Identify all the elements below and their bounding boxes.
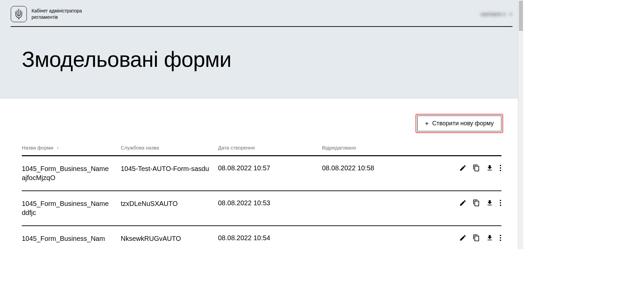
cell-form-name: 1045_Form_Business_Nam [22,234,121,243]
table-header-row: Назва форми ↑ Службова назва Дата створе… [22,145,501,155]
cell-edited-date: 08.08.2022 10:58 [322,164,444,172]
column-header-edited[interactable]: Відредаговано [322,145,444,150]
cell-service-name: tzxDLeNuSXAUTO [121,199,218,208]
page-title: Змодельовані форми [22,47,513,72]
svg-point-6 [500,235,501,236]
edit-icon[interactable] [459,234,467,242]
forms-table: Назва форми ↑ Службова назва Дата створе… [22,145,501,249]
table-row: 1045_Form_Business_Name ajfocMjzqO1045-T… [22,156,501,190]
svg-point-1 [500,167,501,169]
table-row: 1045_Form_Business_Name ddfjctzxDLeNuSXA… [22,191,501,225]
download-icon[interactable] [486,234,493,242]
column-header-name[interactable]: Назва форми ↑ [22,145,121,150]
plus-icon: + [425,120,429,127]
download-icon[interactable] [486,164,493,172]
cell-form-name: 1045_Form_Business_Name ddfjc [22,199,121,217]
download-icon[interactable] [486,199,493,207]
svg-point-5 [500,205,501,206]
table-row: 1045_Form_Business_NamNksewkRUGvAUTO08.0… [22,226,501,249]
sort-ascending-icon: ↑ [57,145,59,150]
more-icon[interactable] [499,234,501,242]
svg-point-8 [500,240,501,241]
more-icon[interactable] [499,199,501,207]
cell-service-name: NksewkRUGvAUTO [121,234,218,243]
svg-point-4 [500,202,501,204]
chevron-down-icon: ▼ [509,12,513,16]
copy-icon[interactable] [473,199,480,207]
vertical-scrollbar[interactable] [518,0,523,249]
copy-icon[interactable] [473,164,480,172]
app-title: Кабінет адміністратора регламентів [32,8,82,20]
cell-service-name: 1045-Test-AUTO-Form-sasdu [121,164,218,173]
edit-icon[interactable] [459,199,467,207]
edit-icon[interactable] [459,164,467,172]
user-name: username n. [480,11,506,17]
scrollbar-thumb[interactable] [519,1,523,31]
svg-point-7 [500,237,501,239]
svg-point-2 [500,170,501,171]
user-menu[interactable]: username n. ▼ [480,11,513,17]
cell-created-date: 08.08.2022 10:53 [218,199,322,207]
cell-created-date: 08.08.2022 10:57 [218,164,322,172]
app-logo-title[interactable]: Кабінет адміністратора регламентів [11,6,82,22]
create-new-form-button[interactable]: + Створити нову форму [417,116,501,131]
more-icon[interactable] [499,164,501,172]
svg-point-3 [500,200,501,201]
cell-created-date: 08.08.2022 10:54 [218,234,322,242]
svg-point-0 [500,165,501,166]
cell-form-name: 1045_Form_Business_Name ajfocMjzqO [22,164,121,182]
column-header-service[interactable]: Службова назва [121,145,218,150]
copy-icon[interactable] [473,234,480,242]
trident-logo-icon [11,6,27,22]
column-header-created[interactable]: Дата створення [218,145,322,150]
create-button-label: Створити нову форму [432,120,494,127]
